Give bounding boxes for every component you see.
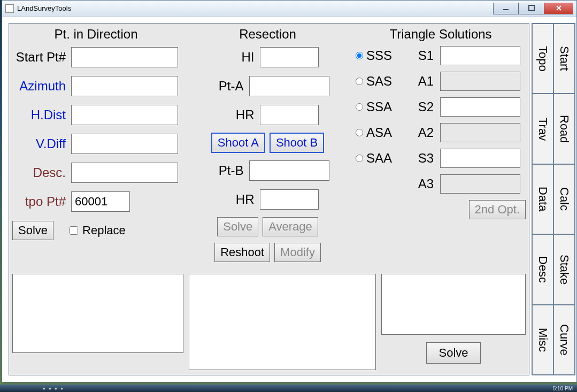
- tab-stake[interactable]: Stake: [553, 234, 575, 304]
- average-button[interactable]: Average: [263, 217, 318, 236]
- a3-input: [440, 174, 520, 194]
- svg-rect-0: [503, 9, 509, 10]
- tab-trav[interactable]: Trav: [532, 94, 553, 164]
- ssa-radio[interactable]: [356, 103, 363, 111]
- ssa-radio-label[interactable]: SSA: [356, 99, 409, 114]
- a1-label: A1: [411, 74, 438, 89]
- sas-radio[interactable]: [356, 78, 363, 85]
- hr1-input[interactable]: [260, 105, 319, 125]
- col2-solve-button[interactable]: Solve: [217, 217, 258, 236]
- main-panel: Pt. in Direction Start Pt# Azimuth H.Dis…: [9, 23, 529, 375]
- col1-solve-button[interactable]: Solve: [12, 221, 53, 240]
- side-tabs: Topo Start Trav Road Data Calc Desc Stak…: [532, 23, 575, 375]
- pta-label: Pt-A: [206, 79, 249, 94]
- saa-radio-label[interactable]: SAA: [356, 151, 409, 166]
- hi-label: HI: [217, 50, 260, 65]
- hdist-input[interactable]: [71, 105, 178, 125]
- window-controls: [493, 3, 573, 14]
- pt-in-direction-column: Pt. in Direction Start Pt# Azimuth H.Dis…: [12, 27, 180, 268]
- startpt-input[interactable]: [71, 47, 178, 67]
- shoot-a-button[interactable]: Shoot A: [211, 133, 265, 153]
- s2-label: S2: [411, 99, 438, 114]
- asa-radio[interactable]: [356, 129, 363, 136]
- minimize-button[interactable]: [493, 3, 519, 14]
- app-window: LAndSurveyTools Pt. in Direction Start P…: [2, 0, 577, 382]
- tab-start[interactable]: Start: [553, 24, 575, 94]
- tab-road[interactable]: Road: [553, 94, 575, 164]
- saa-radio[interactable]: [356, 155, 363, 162]
- a1-input: [440, 72, 520, 91]
- azimuth-label: Azimuth: [12, 79, 71, 94]
- tab-misc[interactable]: Misc: [532, 305, 553, 375]
- ptb-input[interactable]: [249, 160, 329, 181]
- s1-label: S1: [411, 48, 438, 63]
- hi-input[interactable]: [260, 47, 319, 67]
- client-area: Pt. in Direction Start Pt# Azimuth H.Dis…: [2, 17, 576, 382]
- replace-text: Replace: [82, 224, 126, 237]
- second-opt-button[interactable]: 2nd Opt.: [469, 200, 526, 219]
- col1-title: Pt. in Direction: [12, 27, 180, 42]
- tpopt-label: tpo Pt#: [12, 194, 71, 209]
- hdist-label: H.Dist: [12, 107, 71, 122]
- col3-title: Triangle Solutions: [356, 27, 526, 42]
- output-box-3: [381, 274, 526, 335]
- tab-calc[interactable]: Calc: [553, 164, 575, 234]
- sas-radio-label[interactable]: SAS: [356, 74, 409, 89]
- tab-desc[interactable]: Desc: [532, 234, 553, 304]
- desc-input[interactable]: [71, 163, 178, 183]
- output-box-1: [12, 274, 183, 353]
- azimuth-input[interactable]: [71, 76, 178, 96]
- replace-checkbox[interactable]: [70, 226, 78, 235]
- svg-rect-1: [529, 5, 534, 11]
- tab-curve[interactable]: Curve: [553, 305, 575, 375]
- hr2-label: HR: [217, 192, 260, 207]
- col2-title: Resection: [184, 27, 351, 42]
- pta-input[interactable]: [249, 76, 329, 96]
- col3-solve-button[interactable]: Solve: [426, 342, 480, 364]
- a3-label: A3: [411, 176, 438, 191]
- hr1-label: HR: [217, 107, 260, 122]
- sss-radio-label[interactable]: SSS: [356, 48, 409, 63]
- hr2-input[interactable]: [260, 189, 319, 210]
- triangle-column: Triangle Solutions SSS S1 SAS A1 SSA S2 …: [356, 27, 526, 268]
- tab-topo[interactable]: Topo: [532, 24, 553, 94]
- s3-input[interactable]: [440, 149, 520, 168]
- taskbar-clock: 5:10 PM: [553, 386, 573, 391]
- vdiff-label: V.Diff: [12, 136, 71, 151]
- a2-label: A2: [411, 125, 438, 140]
- shoot-b-button[interactable]: Shoot B: [270, 133, 324, 153]
- asa-radio-label[interactable]: ASA: [356, 125, 409, 140]
- window-title: LAndSurveyTools: [17, 4, 71, 12]
- taskbar-dots-icon: ● ● ● ●: [43, 386, 64, 391]
- sss-radio[interactable]: [356, 52, 363, 59]
- maximize-button[interactable]: [519, 3, 544, 14]
- taskbar[interactable]: ● ● ● ● 5:10 PM: [0, 385, 577, 392]
- app-icon: [5, 4, 14, 13]
- replace-checkbox-label[interactable]: Replace: [70, 224, 126, 237]
- desc-label: Desc.: [12, 165, 71, 180]
- close-button[interactable]: [544, 3, 573, 14]
- s3-label: S3: [411, 151, 438, 166]
- vdiff-input[interactable]: [71, 134, 178, 154]
- s2-input[interactable]: [440, 97, 520, 117]
- startpt-label: Start Pt#: [12, 50, 71, 65]
- tab-data[interactable]: Data: [532, 164, 553, 234]
- modify-button[interactable]: Modify: [274, 243, 321, 262]
- a2-input: [440, 123, 520, 142]
- tpopt-input[interactable]: [71, 191, 130, 212]
- output-box-2: [189, 274, 376, 370]
- s1-input[interactable]: [440, 46, 520, 65]
- reshoot-button[interactable]: Reshoot: [214, 243, 270, 262]
- ptb-label: Pt-B: [206, 163, 249, 178]
- resection-column: Resection HI Pt-A HR Shoot A: [184, 27, 351, 268]
- titlebar: LAndSurveyTools: [2, 1, 576, 17]
